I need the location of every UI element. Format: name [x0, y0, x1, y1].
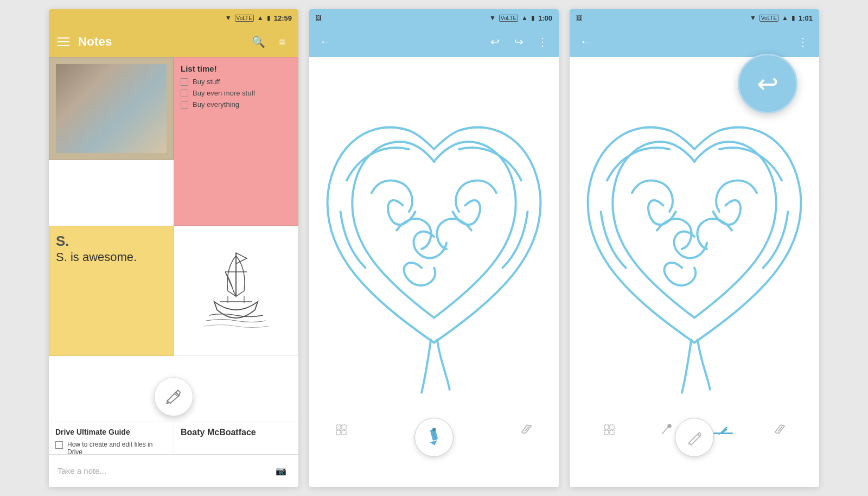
list-item-2: Buy even more stuff [181, 89, 291, 97]
select-tool-2[interactable] [331, 420, 351, 440]
phone-screen-3: 🖼 ▼ VoLTE ▲ ▮ 1:01 ← ⋮ ↩ [570, 9, 819, 487]
heart-drawing-2 [309, 57, 559, 416]
camera-icon[interactable]: 📷 [272, 462, 290, 480]
menu-button[interactable] [58, 37, 69, 46]
screen2-volte: VoLTE [499, 15, 518, 22]
status-bar-1: ▼ VoLTE ▲ ▮ 12:59 [49, 9, 298, 27]
svg-rect-10 [342, 430, 346, 435]
list-item-1: Buy stuff [181, 78, 291, 86]
right-lower-notes: Boaty McBoatface House list Striado [174, 422, 298, 454]
yellow-note-content: S. S. is awesome. [56, 233, 137, 265]
drive-guide-title: Drive Ultimate Guide [55, 428, 167, 436]
list-item-2-text: Buy even more stuff [193, 89, 255, 97]
drive-item-1-text: How to create and edit files in Drive [67, 441, 167, 454]
back-button-3[interactable]: ← [578, 34, 593, 49]
screen2-wifi: ▼ [489, 14, 496, 22]
photo-note-card[interactable] [49, 57, 174, 160]
ship-note-card[interactable] [174, 226, 298, 356]
more-button-3[interactable]: ⋮ [795, 34, 810, 49]
svg-rect-15 [604, 425, 609, 429]
draw-fab-icon-2 [424, 427, 444, 448]
heart-drawing-3 [570, 57, 819, 416]
undo-icon-large: ↩ [757, 68, 778, 99]
status-time-2: 1:00 [538, 14, 552, 22]
take-note-input[interactable]: Take a note... [58, 466, 272, 475]
draw-fab-3[interactable] [675, 418, 714, 457]
undo-fab-button[interactable]: ↩ [738, 54, 797, 113]
svg-point-19 [668, 424, 671, 428]
app-title: Notes [78, 35, 242, 49]
phone-screen-2: 🖼 ▼ VoLTE ▲ ▮ 1:00 ← ↩ ↪ ⋮ [309, 9, 559, 487]
status-time-3: 1:01 [799, 14, 813, 22]
search-button[interactable]: 🔍 [251, 34, 266, 49]
checkbox-1[interactable] [181, 78, 188, 86]
select-tool-3[interactable] [599, 420, 619, 440]
screen2-image-icon: 🖼 [316, 15, 322, 21]
undo-button-2[interactable]: ↩ [487, 34, 502, 49]
svg-rect-7 [336, 425, 341, 429]
list-note-title: List time! [181, 64, 291, 73]
boaty-note-title: Boaty McBoatface [181, 428, 292, 437]
svg-rect-8 [342, 425, 346, 429]
boaty-note[interactable]: Boaty McBoatface [174, 422, 298, 454]
svg-rect-16 [610, 425, 614, 429]
draw-fab-icon-3 [686, 429, 703, 446]
fab-pencil-icon [165, 388, 182, 405]
app-bar-1: Notes 🔍 ≡ [49, 27, 298, 57]
yellow-note-initial: S. [56, 233, 137, 250]
fab-button[interactable] [154, 377, 193, 416]
volte-badge: VoLTE [235, 15, 254, 22]
list-item-1-text: Buy stuff [193, 78, 220, 86]
active-tool-indicator [713, 433, 733, 434]
phone-screen-1: ▼ VoLTE ▲ ▮ 12:59 Notes 🔍 ≡ List time! B… [49, 9, 298, 487]
svg-rect-9 [336, 430, 341, 435]
ship-drawing [193, 242, 279, 340]
brush-tool-3[interactable] [656, 420, 676, 440]
pen-tool-3[interactable] [713, 420, 733, 440]
yellow-note-card[interactable]: S. S. is awesome. [49, 226, 174, 356]
notes-grid: List time! Buy stuff Buy even more stuff… [49, 57, 298, 422]
notes-content: List time! Buy stuff Buy even more stuff… [49, 57, 298, 454]
status-bar-3: 🖼 ▼ VoLTE ▲ ▮ 1:01 [570, 9, 819, 27]
yellow-note-text: S. is awesome. [56, 250, 137, 265]
list-note-card[interactable]: List time! Buy stuff Buy even more stuff… [174, 57, 298, 226]
view-toggle-button[interactable]: ≡ [275, 34, 290, 49]
battery-icon: ▮ [267, 14, 271, 22]
status-bar-2: 🖼 ▼ VoLTE ▲ ▮ 1:00 [309, 9, 559, 27]
lower-notes-row: Drive Ultimate Guide How to create and e… [49, 422, 298, 454]
bottom-bar: Take a note... 📷 [49, 454, 298, 487]
photo-note-image [56, 64, 167, 153]
screen3-image-icon: 🖼 [576, 15, 582, 21]
screen3-wifi: ▼ [750, 14, 756, 22]
app-bar-2: ← ↩ ↪ ⋮ [309, 27, 559, 57]
drawing-canvas-3[interactable] [570, 57, 819, 487]
screen2-battery: ▮ [531, 14, 535, 22]
wifi-icon: ▼ [225, 14, 232, 22]
svg-rect-17 [604, 430, 609, 435]
drive-cb-1[interactable] [55, 441, 63, 449]
screen3-signal: ▲ [782, 14, 788, 22]
screen3-volte: VoLTE [760, 15, 778, 22]
redo-button-2[interactable]: ↪ [511, 34, 526, 49]
drive-item-1: How to create and edit files in Drive [55, 441, 167, 454]
svg-rect-18 [610, 430, 614, 435]
screen2-signal: ▲ [521, 14, 528, 22]
list-item-3-text: Buy everything [193, 100, 239, 109]
screen3-battery: ▮ [792, 14, 795, 22]
checkbox-2[interactable] [181, 90, 188, 97]
status-time-1: 12:59 [274, 14, 292, 22]
eraser-tool-2[interactable] [517, 420, 537, 440]
eraser-tool-3[interactable] [770, 420, 790, 440]
app-bar-3: ← ⋮ ↩ [570, 27, 819, 57]
back-button-2[interactable]: ← [318, 34, 333, 49]
list-item-3: Buy everything [181, 100, 291, 109]
more-button-2[interactable]: ⋮ [535, 34, 550, 49]
checkbox-3[interactable] [181, 101, 188, 109]
draw-fab-2[interactable] [414, 418, 454, 457]
drive-guide-note[interactable]: Drive Ultimate Guide How to create and e… [49, 422, 174, 454]
drawing-canvas-2[interactable] [309, 57, 559, 487]
signal-icon: ▲ [257, 14, 264, 22]
